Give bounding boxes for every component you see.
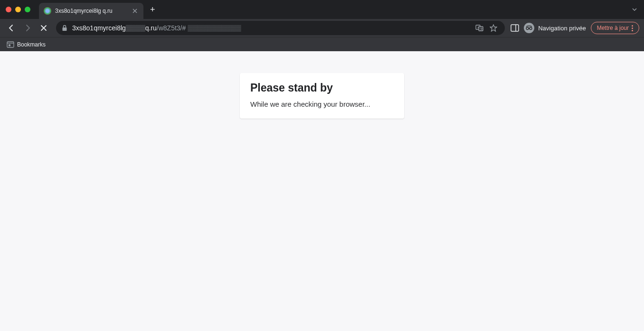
svg-text:A: A	[477, 26, 479, 29]
svg-point-7	[526, 28, 529, 30]
bookmarks-folder[interactable]: Bookmarks	[7, 41, 46, 48]
new-tab-button[interactable]: +	[143, 5, 162, 15]
card-title: Please stand by	[250, 82, 394, 94]
incognito-label: Navigation privée	[538, 25, 586, 32]
window-close-button[interactable]	[6, 7, 11, 12]
close-tab-button[interactable]	[131, 7, 139, 15]
bookmarks-label: Bookmarks	[17, 41, 46, 48]
bookmarks-folder-icon	[7, 41, 14, 48]
menu-dots-icon	[632, 25, 633, 31]
url-host: 3xs8o1qmyrcei8lg	[72, 24, 126, 32]
page-content: Please stand by While we are checking yo…	[0, 51, 644, 331]
bookmarks-bar: Bookmarks	[0, 37, 644, 51]
svg-point-8	[530, 28, 532, 30]
window-controls	[4, 7, 35, 12]
svg-text:文: 文	[480, 27, 483, 30]
incognito-icon	[524, 23, 534, 33]
update-label: Mettre à jour	[597, 25, 629, 31]
tabs-dropdown-button[interactable]	[625, 7, 644, 12]
tab-title: 3xs8o1qmyrcei8lg q.ru	[55, 8, 127, 14]
card-message: While we are checking your browser...	[250, 100, 394, 108]
tab-bar: 3xs8o1qmyrcei8lg q.ru +	[0, 0, 644, 19]
forward-button[interactable]	[21, 21, 34, 35]
address-bar[interactable]: 3xs8o1qmyrcei8lg▓▓▓▓q.ru/w8Z5t3/# ▓▓▓▓▓▓…	[56, 21, 505, 35]
url-text: 3xs8o1qmyrcei8lg▓▓▓▓q.ru/w8Z5t3/# ▓▓▓▓▓▓…	[72, 24, 471, 32]
toolbar-right: Navigation privée Mettre à jour	[511, 22, 639, 34]
bookmark-star-icon[interactable]	[490, 24, 499, 32]
back-button[interactable]	[5, 21, 18, 35]
lock-icon	[62, 25, 67, 31]
svg-rect-12	[9, 44, 10, 46]
url-mid: q.ru	[145, 24, 157, 32]
translate-icon[interactable]: A文	[475, 24, 485, 32]
stop-reload-button[interactable]	[37, 21, 50, 35]
incognito-badge: Navigation privée	[524, 23, 586, 33]
toolbar: 3xs8o1qmyrcei8lg▓▓▓▓q.ru/w8Z5t3/# ▓▓▓▓▓▓…	[0, 19, 644, 37]
svg-rect-5	[511, 25, 519, 31]
browser-tab[interactable]: 3xs8o1qmyrcei8lg q.ru	[39, 3, 143, 19]
url-path: /w8Z5t3/#	[157, 24, 186, 32]
browser-chrome: 3xs8o1qmyrcei8lg q.ru + 3xs8o1qmyrcei8lg…	[0, 0, 644, 51]
side-panel-icon[interactable]	[511, 24, 519, 32]
window-minimize-button[interactable]	[15, 7, 21, 12]
update-button[interactable]: Mettre à jour	[591, 22, 639, 34]
window-maximize-button[interactable]	[25, 7, 30, 12]
standby-card: Please stand by While we are checking yo…	[240, 73, 404, 119]
favicon-icon	[44, 7, 51, 15]
svg-rect-0	[63, 28, 67, 31]
